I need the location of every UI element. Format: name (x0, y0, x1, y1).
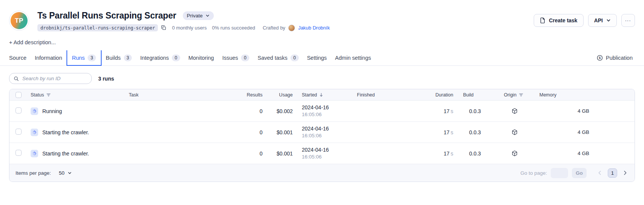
running-spinner-icon (31, 107, 38, 115)
tab-runs[interactable]: Runs 3 (66, 50, 102, 66)
run-started-time: 16:05:06 (302, 132, 357, 139)
package-icon (511, 150, 518, 157)
run-started: 2024-04-16 16:05:06 (293, 146, 357, 160)
visibility-badge-label: Private (187, 13, 203, 19)
table-row[interactable]: Starting the crawler. 0 $0.001 2024-04-1… (9, 143, 635, 164)
create-task-button[interactable]: Create task (534, 14, 584, 27)
svg-text:$: $ (599, 56, 601, 60)
copy-icon[interactable] (161, 25, 167, 31)
tab-bar: Source Information Runs 3 Builds 3 Integ… (0, 50, 644, 66)
column-status: Status (31, 92, 44, 98)
tab-source[interactable]: Source (5, 50, 31, 65)
go-to-page-input[interactable] (551, 168, 568, 178)
chevron-down-icon (606, 18, 611, 23)
runs-table: Status Task Results Usage Started Finish… (9, 89, 635, 182)
page-number-button[interactable]: 1 (608, 168, 617, 178)
run-started: 2024-04-16 16:05:06 (293, 104, 357, 118)
tab-label: Settings (307, 55, 327, 61)
actor-page: TP Ts Parallel Runs Scraping Scraper Pri… (0, 0, 644, 205)
api-button[interactable]: API (588, 14, 617, 27)
prev-page-icon[interactable] (596, 169, 603, 176)
pagination-controls: Go to page: Go 1 (520, 168, 629, 178)
publication-label: Publication (606, 55, 633, 61)
meta-row: drobnikj/ts-parallel-runs-scraping-scrap… (37, 24, 534, 31)
next-page-icon[interactable] (622, 169, 629, 176)
search-input[interactable] (22, 75, 87, 82)
sort-desc-icon[interactable] (319, 93, 323, 97)
tab-admin-settings[interactable]: Admin settings (331, 50, 375, 65)
tab-saved-tasks[interactable]: Saved tasks 0 (253, 50, 303, 65)
visibility-badge[interactable]: Private (183, 11, 214, 20)
actor-logo: TP (9, 11, 29, 31)
run-status-label: Starting the crawler. (42, 151, 89, 157)
author-link[interactable]: Jakub Drobník (298, 25, 330, 31)
add-description-link[interactable]: + Add description... (9, 39, 56, 45)
tab-label: Admin settings (335, 55, 371, 61)
run-duration-value: 17 (443, 129, 449, 135)
tab-count-badge: 3 (88, 54, 96, 61)
package-icon (511, 108, 518, 114)
run-duration: 17s (414, 151, 453, 157)
table-row[interactable]: Starting the crawler. 0 $0.001 2024-04-1… (9, 122, 635, 143)
tab-builds[interactable]: Builds 3 (102, 50, 136, 65)
actor-header: TP Ts Parallel Runs Scraping Scraper Pri… (0, 0, 644, 31)
tab-integrations[interactable]: Integrations 0 (136, 50, 184, 65)
run-duration: 17s (414, 108, 453, 114)
select-all-checkbox[interactable] (15, 92, 22, 98)
table-row[interactable]: Running 0 $0.002 2024-04-16 16:05:06 17s… (9, 101, 635, 122)
run-memory: 4 GB (536, 151, 589, 156)
items-per-page-select[interactable]: 50 (57, 170, 74, 176)
author-avatar (288, 25, 295, 31)
row-checkbox[interactable] (15, 150, 22, 156)
tab-label: Runs (72, 55, 85, 61)
crafted-by: Crafted by Jakub Drobník (263, 25, 330, 31)
column-started[interactable]: Started (302, 92, 317, 98)
tab-count-badge: 0 (290, 54, 299, 61)
go-button[interactable]: Go (572, 168, 587, 178)
items-per-page-value: 50 (59, 170, 65, 176)
create-task-label: Create task (549, 17, 578, 23)
run-status-label: Starting the crawler. (42, 129, 89, 135)
run-started-date: 2024-04-16 (302, 125, 357, 132)
row-checkbox[interactable] (15, 129, 22, 135)
runs-toolbar: 3 runs (9, 73, 635, 84)
run-build: 0.0.3 (453, 151, 495, 157)
tab-label: Issues (222, 55, 238, 61)
column-build: Build (463, 92, 474, 98)
filter-icon[interactable] (46, 92, 51, 97)
go-to-page-label: Go to page: (520, 170, 547, 176)
column-duration: Duration (436, 92, 453, 98)
tab-label: Monitoring (188, 55, 214, 61)
run-duration-unit: s (451, 129, 453, 135)
run-memory: 4 GB (536, 129, 589, 135)
run-memory: 4 GB (536, 108, 589, 114)
row-checkbox[interactable] (15, 107, 22, 113)
publication-button[interactable]: $ Publication (595, 50, 635, 65)
column-origin: Origin (504, 92, 516, 98)
tab-monitoring[interactable]: Monitoring (184, 50, 218, 65)
run-duration: 17s (414, 129, 453, 135)
tab-label: Source (9, 55, 26, 61)
run-duration-unit: s (451, 151, 453, 157)
tab-issues[interactable]: Issues 0 (218, 50, 253, 65)
items-per-page-label: Items per page: (15, 170, 51, 176)
more-actions-button[interactable]: ··· (621, 14, 635, 27)
tab-settings[interactable]: Settings (303, 50, 331, 65)
runs-succeeded: 0% runs succeeded (212, 25, 255, 31)
tab-count-badge: 0 (241, 54, 249, 61)
run-results: 0 (229, 108, 263, 114)
filter-icon[interactable] (519, 92, 524, 97)
run-status-label: Running (42, 108, 62, 114)
column-finished: Finished (357, 92, 375, 98)
tab-information[interactable]: Information (31, 50, 66, 65)
run-started-time: 16:05:06 (302, 111, 357, 118)
monthly-users: 0 monthly users (172, 25, 207, 31)
running-spinner-icon (31, 150, 38, 157)
tab-label: Saved tasks (258, 55, 287, 61)
header-actions: Create task API ··· (534, 11, 635, 27)
run-usage: $0.001 (263, 151, 293, 157)
table-footer: Items per page: 50 Go to page: Go 1 (9, 164, 635, 182)
run-duration-value: 17 (443, 108, 449, 114)
tab-label: Integrations (140, 55, 169, 61)
chevron-down-icon (68, 171, 72, 175)
